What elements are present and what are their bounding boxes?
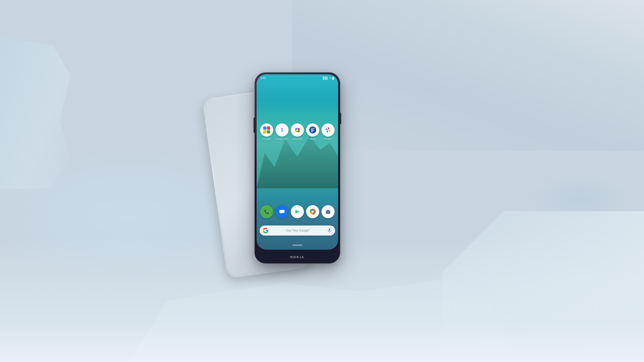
status-icons: ▌▌▌ ⊙ ▓ (323, 77, 334, 79)
svg-rect-1 (267, 126, 270, 130)
volume-button (254, 118, 255, 133)
status-bar: 9:41 ▌▌▌ ⊙ ▓ (257, 74, 338, 81)
dock-row: 📞 (257, 205, 338, 218)
app-photos[interactable]: Photos (321, 123, 335, 140)
google-g-logo (263, 228, 269, 234)
assistant-label: Assistant (293, 138, 302, 140)
battery-icon: ▓ (332, 77, 334, 79)
svg-rect-16 (311, 131, 313, 132)
svg-point-11 (297, 129, 298, 131)
messages-icon (275, 205, 289, 218)
svg-point-31 (327, 211, 329, 213)
svg-rect-0 (263, 126, 266, 130)
phone-icon: 📞 (260, 205, 273, 218)
app-google[interactable]: Google (260, 123, 274, 140)
chrome-icon (306, 205, 319, 218)
svg-rect-13 (311, 128, 314, 129)
phone-front: 9:41 ▌▌▌ ⊙ ▓ (255, 72, 340, 263)
svg-rect-3 (267, 130, 270, 133)
svg-rect-33 (329, 229, 330, 231)
wifi-icon: ⊙ (329, 77, 331, 79)
news-icon (306, 123, 319, 137)
svg-rect-32 (327, 210, 329, 211)
google-label: Google (263, 138, 271, 140)
dock-messages[interactable] (275, 205, 289, 218)
svg-rect-2 (263, 130, 266, 133)
dock-chrome[interactable] (306, 205, 319, 218)
dock-camera[interactable] (321, 205, 335, 218)
dock-phone[interactable]: 📞 (260, 205, 273, 218)
phone-screen: 9:41 ▌▌▌ ⊙ ▓ (257, 74, 338, 250)
mic-icon (327, 228, 332, 233)
dock-play[interactable] (291, 205, 304, 218)
svg-rect-15 (311, 130, 314, 131)
search-bar[interactable]: Say "Hey Google" (260, 225, 335, 236)
app-grid: Google 1 Google One (257, 123, 338, 142)
phones-container: android one 9:41 ▌▌▌ ⊙ ▓ (234, 72, 385, 299)
play-icon (291, 205, 304, 218)
svg-point-27 (312, 211, 314, 213)
power-button (340, 113, 341, 124)
camera-icon (321, 205, 335, 218)
google-one-icon: 1 (275, 123, 289, 137)
search-placeholder: Say "Hey Google" (271, 229, 325, 232)
photos-icon (321, 123, 335, 137)
google-one-label: Google One (276, 138, 289, 140)
svg-rect-14 (311, 129, 313, 130)
assistant-icon (291, 123, 304, 137)
google-icon (260, 123, 273, 137)
home-indicator (292, 245, 302, 246)
app-google-one[interactable]: 1 Google One (275, 123, 289, 140)
app-news[interactable]: News (306, 123, 320, 140)
app-row-1: Google 1 Google One (259, 123, 336, 140)
news-label: News (310, 138, 316, 140)
ice-left (0, 38, 70, 189)
app-assistant[interactable]: Assistant (290, 123, 304, 140)
status-time: 9:41 (261, 76, 266, 79)
svg-text:1: 1 (281, 127, 283, 132)
photos-label: Photos (324, 138, 332, 140)
signal-icon: ▌▌▌ (323, 77, 328, 79)
svg-text:📞: 📞 (264, 209, 269, 214)
nokia-brand: NOKIA (290, 255, 305, 259)
